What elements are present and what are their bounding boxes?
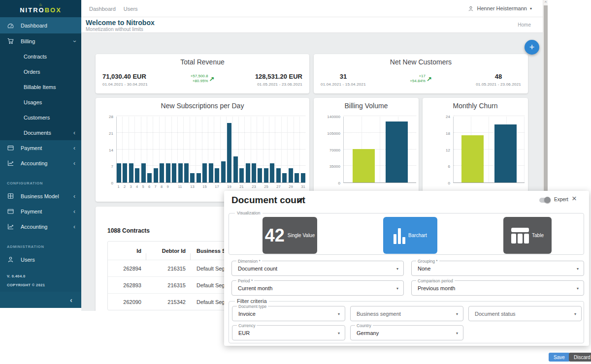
sidebar-item-label: Customers [24, 115, 50, 121]
nav-link-users[interactable]: Users [124, 6, 138, 12]
viz-option-single-value[interactable]: 42Single Value [263, 217, 317, 254]
scroll-up-icon[interactable]: ^ [543, 0, 548, 5]
toggle-knob [544, 197, 551, 203]
bar[interactable] [276, 168, 281, 182]
bar[interactable] [141, 163, 146, 182]
bar[interactable] [246, 163, 250, 182]
bar[interactable] [202, 163, 207, 182]
bar[interactable] [129, 163, 133, 182]
chevron-left-icon: ‹ [73, 209, 75, 214]
sidebar-items: DashboardBilling‹ContractsOrdersBillable… [0, 17, 81, 267]
sidebar-item-payment[interactable]: Payment‹ [0, 204, 81, 219]
close-icon[interactable]: × [572, 194, 577, 204]
bar[interactable] [301, 173, 305, 182]
select-dimension[interactable]: Dimension *Document count▾ [231, 261, 404, 276]
bar[interactable] [252, 163, 256, 182]
sidebar-item-label: Payment [21, 145, 42, 151]
filter-select-currency[interactable]: CurrencyEUR▾ [232, 325, 345, 340]
bar[interactable] [270, 163, 274, 182]
bar[interactable] [215, 168, 219, 182]
field-value: Current month [238, 285, 272, 291]
select-comparison-period[interactable]: Comparison periodPrevious month▾ [411, 280, 584, 296]
select-grouping[interactable]: Grouping *None▾ [411, 261, 584, 276]
y-axis-tick: 0 [435, 181, 450, 185]
sidebar-item-billing[interactable]: Billing‹ [0, 33, 81, 49]
y-axis-tick: 24 [435, 115, 450, 119]
bar[interactable] [147, 173, 152, 182]
discard-button[interactable]: Discard [569, 353, 591, 362]
bar[interactable] [289, 168, 293, 182]
viz-option-table[interactable]: Table [503, 217, 552, 254]
expert-toggle[interactable] [539, 198, 551, 203]
select-period[interactable]: Period *Current month▾ [231, 280, 404, 296]
bar[interactable] [209, 163, 213, 182]
bar[interactable] [160, 163, 164, 182]
sidebar-collapse-button[interactable]: ‹ [0, 292, 81, 308]
breadcrumb[interactable]: Home [518, 22, 531, 28]
sidebar-item-label: Billing [21, 38, 35, 44]
filter-select-country[interactable]: CountryGermany▾ [350, 325, 463, 340]
bar[interactable] [166, 163, 170, 182]
bar[interactable] [221, 161, 226, 182]
bar[interactable] [184, 163, 189, 182]
card-icon [7, 208, 16, 215]
filter-select-document-type[interactable]: Document typeInvoice▾ [232, 306, 345, 321]
filter-select-business-segment[interactable]: Business segment▾ [350, 306, 463, 321]
viz-option-barchart[interactable]: Barchart [383, 217, 437, 254]
sidebar-item-documents[interactable]: Documents‹ [0, 125, 81, 140]
user-name: Henner Heistermann [477, 5, 527, 11]
bar[interactable] [123, 163, 127, 182]
caret-down-icon: ▾ [530, 6, 532, 11]
sidebar-item-users[interactable]: Users [0, 252, 81, 267]
chart-plot-area [343, 117, 416, 183]
y-axis-tick: 6 [435, 164, 450, 169]
card-icon [7, 145, 16, 152]
barchart-icon [394, 227, 405, 244]
page-header: Welcome to Nitrobox Monetization without… [81, 17, 543, 33]
bar[interactable] [461, 135, 484, 182]
bar[interactable] [227, 123, 231, 182]
bar[interactable] [264, 168, 268, 182]
bar[interactable] [494, 124, 517, 182]
filter-select-document-status[interactable]: Document status▾ [468, 306, 582, 321]
bar[interactable] [295, 173, 299, 182]
sidebar-item-contracts[interactable]: Contracts [0, 49, 81, 64]
bar[interactable] [117, 163, 121, 182]
bar[interactable] [135, 168, 139, 182]
sidebar-item-customers[interactable]: Customers [0, 110, 81, 125]
bar[interactable] [239, 168, 244, 182]
sidebar-item-payment[interactable]: Payment‹ [0, 140, 81, 155]
sidebar-item-label: Usages [24, 99, 42, 105]
visualization-fieldset: Visualization 42Single ValueBarchartTabl… [229, 213, 584, 255]
bar[interactable] [386, 121, 408, 182]
save-button[interactable]: Save [549, 353, 570, 362]
sidebar-item-dashboard[interactable]: Dashboard [0, 17, 81, 33]
y-axis-tick: 14 [98, 148, 113, 152]
bar[interactable] [178, 163, 183, 182]
bar[interactable] [197, 173, 201, 182]
kpi-left: 3101.04.2021 - 15.04.2021 [321, 73, 366, 87]
sidebar-item-usages[interactable]: Usages [0, 94, 81, 110]
sidebar-item-billable-items[interactable]: Billable Items [0, 79, 81, 94]
edit-title-icon[interactable] [297, 197, 304, 206]
sidebar-item-accounting[interactable]: Accounting‹ [0, 155, 81, 171]
field-label: Comparison period [416, 278, 455, 283]
add-widget-fab[interactable]: + [525, 40, 539, 55]
sidebar-item-accounting[interactable]: Accounting‹ [0, 219, 81, 234]
bar[interactable] [190, 173, 195, 182]
bar[interactable] [258, 168, 262, 182]
field-value: Germany [357, 330, 379, 336]
field-label: Currency [237, 323, 257, 328]
person-icon [7, 256, 16, 263]
sidebar-item-business-model[interactable]: Business Model‹ [0, 188, 81, 204]
user-menu[interactable]: Henner Heistermann ▾ [468, 5, 532, 12]
bar[interactable] [172, 163, 176, 182]
bar[interactable] [353, 149, 375, 182]
sidebar-item-orders[interactable]: Orders [0, 64, 81, 79]
bar[interactable] [233, 156, 238, 182]
bar[interactable] [282, 173, 287, 182]
widget-config-modal: Document count Expert × Visualization 42… [224, 191, 589, 346]
chart-plot-area [116, 117, 305, 183]
bar[interactable] [154, 168, 158, 182]
nav-link-dashboard[interactable]: Dashboard [89, 6, 116, 12]
